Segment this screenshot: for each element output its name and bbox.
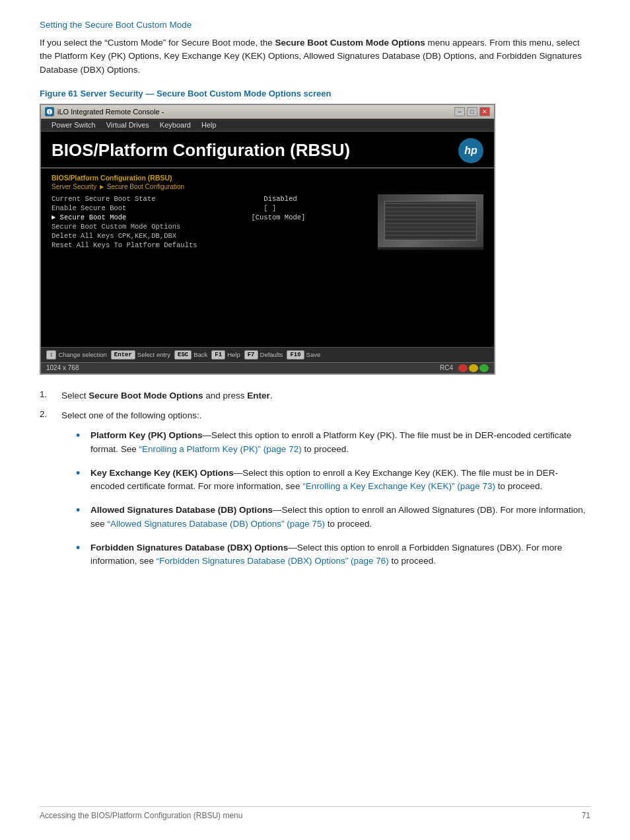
step-2-number: 2. bbox=[40, 409, 56, 419]
key-enter-label: Select entry bbox=[137, 351, 170, 358]
bios-subbreadcrumb: Server Security ► Secure Boot Configurat… bbox=[52, 183, 483, 190]
server-image bbox=[378, 194, 483, 247]
bullet-text-2: Key Exchange Key (KEK) Options—Select th… bbox=[90, 467, 590, 494]
bullet-1-bold: Platform Key (PK) Options bbox=[90, 430, 203, 440]
step-1: 1. Select Secure Boot Mode Options and p… bbox=[40, 389, 590, 402]
intro-bold: Secure Boot Custom Mode Options bbox=[275, 38, 425, 48]
bios-content: BIOS/Platform Configuration (RBSU) Serve… bbox=[41, 169, 494, 347]
titlebar-left: i iLO Integrated Remote Console - bbox=[45, 107, 164, 116]
bios-header: BIOS/Platform Configuration (RBSU) hp bbox=[41, 132, 494, 169]
bullet-dot-4: • bbox=[76, 541, 84, 556]
menu-row-2: Enable Secure Boot [ ] bbox=[52, 204, 378, 213]
close-button[interactable]: ✕ bbox=[479, 107, 490, 116]
step-1-bold: Secure Boot Mode Options bbox=[88, 391, 203, 401]
step-1-number: 1. bbox=[40, 389, 56, 399]
step-1-text: Select Secure Boot Mode Options and pres… bbox=[61, 389, 273, 402]
bios-server-image bbox=[378, 194, 483, 250]
bullet-3-bold: Allowed Signatures Database (DB) Options bbox=[90, 505, 273, 515]
indicator-red bbox=[458, 364, 468, 372]
indicator-green bbox=[479, 364, 489, 372]
key-esc: ESC bbox=[174, 350, 192, 360]
key-enter: Enter bbox=[111, 350, 135, 360]
menu-keyboard[interactable]: Keyboard bbox=[155, 120, 196, 130]
menu-item-3: ► Secure Boot Mode bbox=[52, 213, 251, 222]
console-window: i iLO Integrated Remote Console - − □ ✕ … bbox=[40, 104, 495, 375]
bullet-text-1: Platform Key (PK) Options—Select this op… bbox=[90, 429, 590, 456]
footer-page-number: 71 bbox=[582, 811, 590, 820]
bullet-text-4: Forbidden Signatures Database (DBX) Opti… bbox=[90, 541, 590, 568]
bullet-3-link[interactable]: “Allowed Signatures Database (DB) Option… bbox=[108, 519, 325, 529]
step-1-bold2: Enter bbox=[247, 391, 270, 401]
step-2-text: Select one of the following options:. bbox=[61, 409, 201, 422]
menu-help[interactable]: Help bbox=[196, 120, 222, 130]
console-title: iLO Integrated Remote Console - bbox=[57, 108, 164, 116]
key-arrows-label: Change selection bbox=[58, 351, 106, 358]
menu-row-3: ► Secure Boot Mode [Custom Mode] bbox=[52, 213, 378, 222]
key-item-f1: F1 Help bbox=[211, 350, 240, 360]
bullet-item-4: • Forbidden Signatures Database (DBX) Op… bbox=[76, 541, 590, 568]
bullet-1-link[interactable]: “Enrolling a Platform Key (PK)” (page 72… bbox=[139, 444, 302, 454]
key-item-f7: F7 Defaults bbox=[244, 350, 283, 360]
footer-left: Accessing the BIOS/Platform Configuratio… bbox=[40, 811, 242, 820]
bios-menu-left: Current Secure Boot State Disabled Enabl… bbox=[52, 194, 378, 250]
key-item-enter: Enter Select entry bbox=[111, 350, 170, 360]
taskbar-controls bbox=[458, 364, 489, 372]
hp-logo: hp bbox=[458, 138, 483, 163]
page-footer: Accessing the BIOS/Platform Configuratio… bbox=[40, 806, 590, 820]
bullet-item-2: • Key Exchange Key (KEK) Options—Select … bbox=[76, 467, 590, 494]
menu-value-2: [ ] bbox=[263, 204, 276, 213]
intro-paragraph: If you select the “Custom Mode” for Secu… bbox=[40, 36, 590, 77]
bullet-item-3: • Allowed Signatures Database (DB) Optio… bbox=[76, 504, 590, 531]
bios-statusbar: ↕ Change selection Enter Select entry ES… bbox=[41, 347, 494, 362]
steps-section: 1. Select Secure Boot Mode Options and p… bbox=[40, 389, 590, 423]
bios-breadcrumb: BIOS/Platform Configuration (RBSU) bbox=[52, 174, 483, 182]
figure-caption: Figure 61 Server Security — Secure Boot … bbox=[40, 89, 590, 98]
titlebar-controls: − □ ✕ bbox=[454, 107, 490, 116]
menu-virtual-drives[interactable]: Virtual Drives bbox=[101, 120, 155, 130]
key-f10-label: Save bbox=[306, 351, 321, 358]
bios-menu-area: Current Secure Boot State Disabled Enabl… bbox=[52, 194, 483, 250]
menu-item-2: Enable Secure Boot bbox=[52, 204, 263, 213]
bios-title: BIOS/Platform Configuration (RBSU) bbox=[52, 140, 350, 161]
key-f7-label: Defaults bbox=[260, 351, 283, 358]
bullet-4-bold: Forbidden Signatures Database (DBX) Opti… bbox=[90, 543, 288, 553]
key-f1-label: Help bbox=[227, 351, 240, 358]
bullet-dot-2: • bbox=[76, 467, 84, 481]
taskbar-rc: RC4 bbox=[440, 364, 453, 371]
key-item-f10: F10 Save bbox=[287, 350, 320, 360]
menu-value-3: [Custom Mode] bbox=[251, 213, 305, 222]
menu-row-1: Current Secure Boot State Disabled bbox=[52, 194, 378, 204]
svg-text:i: i bbox=[49, 110, 50, 114]
bullet-item-1: • Platform Key (PK) Options—Select this … bbox=[76, 429, 590, 456]
bullet-4-link[interactable]: “Forbidden Signatures Database (DBX) Opt… bbox=[157, 556, 389, 566]
menu-value-1: Disabled bbox=[263, 194, 297, 204]
bullet-2-link[interactable]: “Enrolling a Key Exchange Key (KEK)” (pa… bbox=[302, 481, 495, 491]
taskbar-resolution: 1024 x 768 bbox=[46, 364, 79, 371]
menu-item-1: Current Secure Boot State bbox=[52, 194, 263, 204]
restore-button[interactable]: □ bbox=[467, 107, 477, 116]
taskbar-right: RC4 bbox=[440, 364, 489, 372]
key-f10: F10 bbox=[287, 350, 304, 360]
bullet-text-3: Allowed Signatures Database (DB) Options… bbox=[90, 504, 590, 531]
section-heading-link[interactable]: Setting the Secure Boot Custom Mode bbox=[40, 20, 590, 30]
console-menubar: Power Switch Virtual Drives Keyboard Hel… bbox=[41, 119, 494, 132]
key-item-esc: ESC Back bbox=[174, 350, 207, 360]
bullet-dot-1: • bbox=[76, 429, 84, 443]
key-arrows: ↕ bbox=[46, 350, 56, 360]
menu-item-6: Reset All Keys To Platform Defaults bbox=[52, 241, 378, 250]
menu-power-switch[interactable]: Power Switch bbox=[46, 120, 101, 130]
console-titlebar: i iLO Integrated Remote Console - − □ ✕ bbox=[41, 105, 494, 119]
ilo-icon: i bbox=[45, 107, 54, 116]
minimize-button[interactable]: − bbox=[454, 107, 465, 116]
console-taskbar: 1024 x 768 RC4 bbox=[41, 362, 494, 373]
step-2: 2. Select one of the following options:. bbox=[40, 409, 590, 422]
bullet-2-bold: Key Exchange Key (KEK) Options bbox=[90, 468, 234, 478]
menu-item-5: Delete All Keys CPK,KEK,DB,DBX bbox=[52, 231, 378, 241]
menu-item-4: Secure Boot Custom Mode Options bbox=[52, 222, 378, 231]
bullet-list: • Platform Key (PK) Options—Select this … bbox=[76, 429, 590, 568]
key-item-arrows: ↕ Change selection bbox=[46, 350, 107, 360]
key-f7: F7 bbox=[244, 350, 258, 360]
indicator-yellow bbox=[469, 364, 478, 372]
console-body: BIOS/Platform Configuration (RBSU) hp BI… bbox=[41, 132, 494, 362]
bullet-dot-3: • bbox=[76, 504, 84, 518]
